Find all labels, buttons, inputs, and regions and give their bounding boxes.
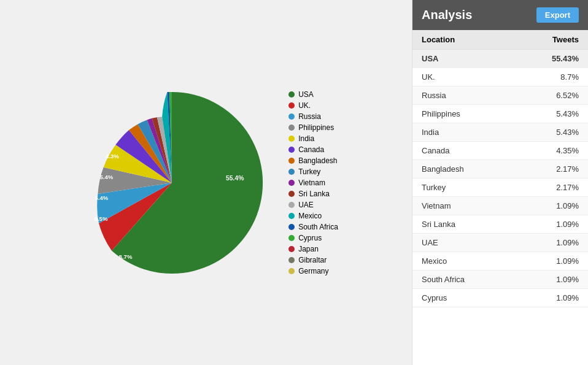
legend-item-cyprus: Cyprus bbox=[288, 234, 338, 242]
legend-dot-russia bbox=[288, 113, 295, 120]
pie-label-usa: 55.4% bbox=[226, 175, 244, 182]
table-row: Mexico 1.09% bbox=[412, 252, 588, 271]
legend-label-mexico: Mexico bbox=[298, 212, 322, 220]
pie-label-philippines: 5.4% bbox=[95, 194, 109, 201]
legend-dot-philippines bbox=[288, 125, 295, 131]
row-tweets: 5.43% bbox=[556, 128, 579, 137]
legend-item-usa: USA bbox=[288, 90, 338, 99]
row-tweets: 6.52% bbox=[556, 91, 579, 100]
legend-item-southafrica: South Africa bbox=[288, 223, 338, 231]
row-tweets: 1.09% bbox=[556, 220, 579, 229]
table-row: Cyprus 1.09% bbox=[412, 289, 588, 307]
legend-dot-japan bbox=[288, 246, 295, 252]
table-row: Turkey 2.17% bbox=[412, 179, 588, 197]
legend-item-canada: Canada bbox=[288, 145, 338, 154]
legend-dot-india bbox=[288, 136, 295, 142]
legend-label-southafrica: South Africa bbox=[298, 223, 338, 231]
legend-item-philippines: Philippines bbox=[288, 123, 338, 132]
table-row: South Africa 1.09% bbox=[412, 271, 588, 289]
pie-chart: 55.4% 8.7% 6.5% 5.4% 5.4% 4.3% South Afr… bbox=[74, 85, 270, 281]
table-row: India 5.43% bbox=[412, 123, 588, 142]
legend-item-gibraltar: Gibraltar bbox=[288, 256, 338, 264]
row-location: India bbox=[422, 128, 439, 137]
row-tweets: 1.09% bbox=[556, 293, 579, 302]
row-tweets: 55.43% bbox=[552, 54, 579, 63]
pie-label-uk: 8.7% bbox=[119, 253, 133, 260]
legend-label-philippines: Philippines bbox=[298, 123, 334, 132]
analysis-title: Analysis bbox=[422, 8, 472, 22]
table-row: Vietnam 1.09% bbox=[412, 197, 588, 215]
pie-label-russia: 6.5% bbox=[95, 215, 108, 222]
legend-label-srilanka: Sri Lanka bbox=[298, 190, 330, 198]
legend-dot-usa bbox=[288, 91, 295, 98]
right-panel: Analysis Export Location Tweets USA 55.4… bbox=[412, 0, 588, 365]
row-tweets: 1.09% bbox=[556, 275, 579, 284]
legend-label-germany: Germany bbox=[298, 267, 328, 275]
table-row: Bangladesh 2.17% bbox=[412, 160, 588, 179]
legend-label-vietnam: Vietnam bbox=[298, 179, 325, 187]
legend-item-germany: Germany bbox=[288, 267, 338, 275]
legend-dot-uae bbox=[288, 202, 295, 208]
col-tweets: Tweets bbox=[552, 35, 579, 44]
table-row: UK. 8.7% bbox=[412, 68, 588, 86]
row-tweets: 1.09% bbox=[556, 256, 579, 266]
row-location: Cyprus bbox=[422, 293, 447, 302]
table-body: USA 55.43% UK. 8.7% Russia 6.52% Philipp… bbox=[412, 50, 588, 365]
table-header: Location Tweets bbox=[412, 30, 588, 50]
table-row: Canada 4.35% bbox=[412, 142, 588, 160]
row-location: Turkey bbox=[422, 183, 446, 192]
legend-item-uk: UK. bbox=[288, 101, 338, 110]
table-row: Sri Lanka 1.09% bbox=[412, 215, 588, 234]
row-tweets: 4.35% bbox=[556, 146, 579, 155]
analysis-header: Analysis Export bbox=[412, 0, 588, 30]
chart-legend: USA UK. Russia Philippines India Canada bbox=[288, 90, 338, 275]
legend-dot-canada bbox=[288, 147, 295, 153]
legend-item-vietnam: Vietnam bbox=[288, 179, 338, 187]
row-tweets: 5.43% bbox=[556, 109, 579, 118]
row-tweets: 1.09% bbox=[556, 201, 579, 210]
legend-label-russia: Russia bbox=[298, 112, 321, 121]
legend-label-canada: Canada bbox=[298, 145, 324, 154]
legend-dot-srilanka bbox=[288, 191, 295, 197]
row-location: Russia bbox=[422, 91, 446, 100]
legend-label-gibraltar: Gibraltar bbox=[298, 256, 327, 264]
table-row: UAE 1.09% bbox=[412, 234, 588, 252]
pie-label-india: 5.4% bbox=[100, 174, 114, 180]
row-location: Canada bbox=[422, 146, 450, 155]
row-location: UAE bbox=[422, 238, 438, 247]
row-location: Sri Lanka bbox=[422, 220, 455, 229]
legend-item-srilanka: Sri Lanka bbox=[288, 190, 338, 198]
table-row: USA 55.43% bbox=[412, 50, 588, 68]
legend-label-india: India bbox=[298, 134, 314, 143]
legend-item-russia: Russia bbox=[288, 112, 338, 121]
chart-area: 55.4% 8.7% 6.5% 5.4% 5.4% 4.3% South Afr… bbox=[74, 85, 338, 281]
legend-item-india: India bbox=[288, 134, 338, 143]
legend-item-mexico: Mexico bbox=[288, 212, 338, 220]
pie-label-canada: 4.3% bbox=[106, 153, 119, 159]
legend-dot-germany bbox=[288, 268, 295, 274]
table-row: Russia 6.52% bbox=[412, 86, 588, 105]
legend-label-japan: Japan bbox=[298, 245, 319, 253]
row-location: Philippines bbox=[422, 109, 460, 118]
legend-dot-mexico bbox=[288, 213, 295, 219]
row-location: Bangladesh bbox=[422, 164, 464, 174]
legend-dot-cyprus bbox=[288, 235, 295, 241]
export-button[interactable]: Export bbox=[536, 7, 579, 23]
row-location: Mexico bbox=[422, 256, 447, 266]
legend-label-uk: UK. bbox=[298, 101, 311, 110]
row-tweets: 2.17% bbox=[556, 183, 579, 192]
left-panel: 55.4% 8.7% 6.5% 5.4% 5.4% 4.3% South Afr… bbox=[0, 0, 412, 365]
legend-item-japan: Japan bbox=[288, 245, 338, 253]
legend-label-usa: USA bbox=[298, 90, 314, 99]
legend-item-bangladesh: Bangladesh bbox=[288, 156, 338, 165]
legend-item-turkey: Turkey bbox=[288, 167, 338, 176]
legend-label-bangladesh: Bangladesh bbox=[298, 156, 337, 165]
legend-label-turkey: Turkey bbox=[298, 167, 320, 176]
legend-label-uae: UAE bbox=[298, 201, 314, 209]
row-location: Vietnam bbox=[422, 201, 451, 210]
row-location: USA bbox=[422, 54, 438, 63]
legend-dot-southafrica bbox=[288, 224, 295, 230]
row-location: South Africa bbox=[422, 275, 465, 284]
row-location: UK. bbox=[422, 72, 435, 82]
legend-label-cyprus: Cyprus bbox=[298, 234, 322, 242]
